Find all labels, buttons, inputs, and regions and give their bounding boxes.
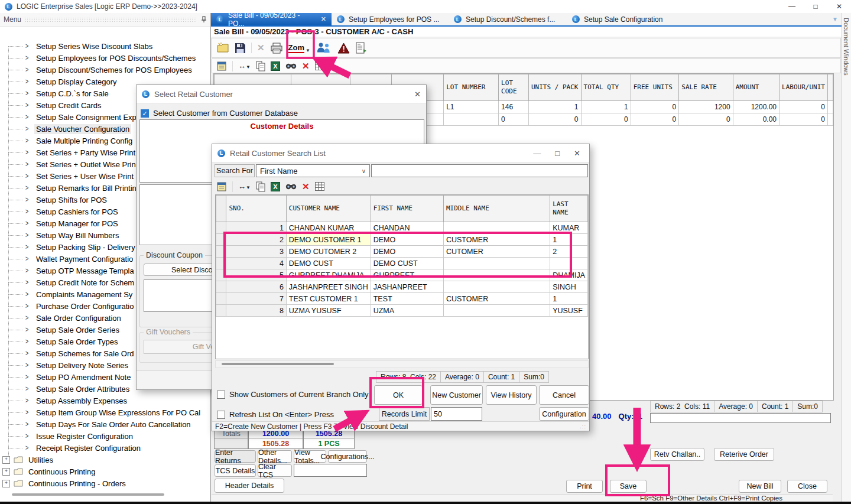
grid-column-header[interactable]: LABOUR/UNIT	[779, 74, 828, 101]
menu-tree-folder[interactable]: + Continuous Printing - Orders	[0, 477, 210, 489]
customer-column-header[interactable]: MIDDLE NAME	[443, 196, 550, 222]
zoom-dropdown-icon[interactable]: Zom▼	[288, 43, 310, 53]
customer-list-hscrollbar[interactable]	[215, 360, 589, 368]
bill-options-icon[interactable]	[355, 42, 367, 54]
journal-icon[interactable]	[216, 61, 227, 71]
menu-tree-folder[interactable]: + Utilities	[0, 454, 210, 466]
new-bill-button[interactable]: New Bill	[739, 480, 781, 493]
grid-column-header[interactable]: TOTAL QTY	[581, 74, 631, 101]
dialog-titlebar[interactable]: L Select Retail Customer ✕	[137, 85, 426, 103]
dialog-minimize-icon[interactable]: —	[533, 149, 541, 158]
find-icon[interactable]	[285, 182, 297, 191]
view-history-button[interactable]: View History	[486, 385, 537, 405]
minimize-button[interactable]: —	[780, 0, 804, 13]
menu-tree-folder[interactable]: + Continuous Printing	[0, 466, 210, 477]
save-button[interactable]: Save	[610, 480, 647, 493]
document-windows-panel[interactable]: Document Windows	[842, 13, 851, 502]
grid-column-header[interactable]	[828, 74, 833, 101]
retv-challan-button[interactable]: Retv Challan..	[650, 448, 704, 461]
dialog-close-icon[interactable]: ✕	[574, 149, 580, 158]
column-width-icon[interactable]: ↔▼	[238, 61, 251, 70]
new-customer-button[interactable]: New Customer	[430, 385, 483, 405]
customer-search-icon[interactable]	[316, 41, 332, 55]
enter-returns-button[interactable]: Enter Returns	[215, 450, 256, 463]
customer-row[interactable]: 5 GURPREET DHAMIJA GURPREET DHAMIJA	[216, 269, 588, 281]
other-details-button[interactable]: Other Details...	[258, 450, 292, 463]
customer-row[interactable]: 6 JASHANPREET SINGH JASHANPREET SINGH	[216, 281, 588, 293]
checkbox-icon[interactable]	[217, 391, 225, 399]
save-icon[interactable]	[235, 43, 246, 54]
configurations-button[interactable]: Configurations...	[328, 450, 367, 463]
expand-plus-icon[interactable]: +	[2, 468, 10, 476]
header-details-button[interactable]: Header Details	[215, 479, 284, 493]
customer-row[interactable]: 3 DEMO CUTOMER 2 DEMO CUTOMER 2	[216, 246, 588, 258]
ok-button[interactable]: OK	[374, 385, 423, 405]
checkbox-checked-icon[interactable]: ✓	[141, 109, 149, 118]
customer-row[interactable]: 4 DEMO CUST DEMO CUST	[216, 258, 588, 269]
records-limit-input[interactable]	[431, 407, 482, 421]
customer-column-header[interactable]: LAST NAME	[550, 196, 588, 222]
refresh-on-enter-checkbox[interactable]: Refresh List On <Enter> Press	[217, 410, 334, 419]
tab-sale-bill[interactable]: L Sale Bill - 09/05/2023 - PO... ✕	[211, 13, 332, 25]
dialog-maximize-icon[interactable]: □	[555, 149, 560, 158]
delete-icon[interactable]: ✕	[257, 43, 265, 53]
tcs-value-input[interactable]	[294, 464, 367, 477]
grid-icon[interactable]	[315, 182, 324, 191]
cancel-button[interactable]: Cancel	[539, 385, 589, 405]
expand-plus-icon[interactable]: +	[2, 480, 10, 487]
print-button[interactable]: Print	[566, 480, 603, 493]
delete-row-icon[interactable]: ✕	[302, 181, 310, 192]
scrollbar-thumb[interactable]	[222, 363, 334, 365]
new-bill-icon[interactable]	[216, 42, 229, 54]
grid-column-header[interactable]: SALE RATE	[679, 74, 733, 101]
grid-column-header[interactable]: AMOUNT	[733, 74, 779, 101]
configuration-button[interactable]: Configuration	[539, 407, 589, 421]
tab-list-dropdown-icon[interactable]: ▼	[832, 16, 842, 22]
copy-icon[interactable]	[256, 61, 265, 71]
menu-tree-item[interactable]: > Setup Employees for POS Discounts/Sche…	[0, 52, 210, 64]
show-current-branch-checkbox[interactable]: Show Customers of Current Branch Only	[217, 390, 369, 399]
grid-column-header[interactable]: LOT CODE	[499, 74, 529, 101]
menu-tree-item[interactable]: > Setup Assembly Expenses	[0, 395, 210, 407]
close-button[interactable]: ✕	[827, 0, 851, 13]
customer-row[interactable]: 8 UZMA YUSUSF UZMA YUSUSF	[216, 305, 588, 317]
print-icon[interactable]	[270, 43, 283, 54]
grid-column-header[interactable]: UNITS / PACK	[528, 74, 581, 101]
maximize-button[interactable]: □	[804, 0, 827, 13]
dialog-close-icon[interactable]: ✕	[414, 90, 421, 99]
tcs-details-button[interactable]: TCS Details	[215, 464, 256, 477]
customer-column-header[interactable]: SNO.	[226, 196, 286, 222]
customer-column-header[interactable]: CUSTOMER NAME	[286, 196, 371, 222]
customer-row[interactable]: 1 CHANDAN KUMAR CHANDAN KUMAR	[216, 222, 588, 234]
resize-grip-icon[interactable]: .::	[580, 423, 586, 430]
clear-tcs-button[interactable]: Clear TCS	[258, 464, 292, 477]
reterive-order-button[interactable]: Reterive Order	[714, 448, 774, 461]
menu-tree-item[interactable]: > Setup Item Group Wise Expressions For …	[0, 407, 210, 418]
search-field-dropdown[interactable]: First Name ∨	[256, 164, 370, 177]
copy-icon[interactable]	[256, 181, 265, 192]
tab-setup-discount[interactable]: L Setup Discount/Schemes f...	[449, 13, 567, 25]
column-width-icon[interactable]: ↔▼	[238, 182, 251, 191]
grid-column-header[interactable]: LOT NUMBER	[444, 74, 499, 101]
tab-close-icon[interactable]: ✕	[321, 15, 326, 23]
menu-tree-item[interactable]: > Issue Register Configuration	[0, 430, 210, 442]
grid-column-header[interactable]: FREE UNITS	[631, 74, 679, 101]
menu-tree-item[interactable]: > Setup Days For Sale Order Auto Cancell…	[0, 418, 210, 430]
journal-icon[interactable]	[216, 181, 227, 192]
checkbox-icon[interactable]	[217, 411, 225, 419]
grid-icon[interactable]	[315, 61, 324, 70]
menu-tree-item[interactable]: > Receipt Register Configuration	[0, 442, 210, 454]
pin-icon[interactable]	[201, 16, 207, 23]
close-bill-button[interactable]: Close	[787, 480, 827, 493]
customer-row[interactable]: 2 DEMO CUSTOMER 1 DEMO CUSTOMER 1	[216, 234, 588, 246]
find-icon[interactable]	[285, 61, 297, 70]
customer-column-header[interactable]: FIRST NAME	[371, 196, 443, 222]
export-excel-icon[interactable]: X	[271, 182, 280, 191]
menu-tree-item[interactable]: > Setup Series Wise Discount Slabs	[0, 40, 210, 52]
search-text-input[interactable]	[371, 164, 588, 177]
alert-icon[interactable]	[337, 43, 350, 54]
bill-remarks-input[interactable]	[650, 413, 831, 423]
expand-plus-icon[interactable]: +	[2, 456, 10, 464]
export-excel-icon[interactable]: X	[271, 61, 280, 71]
dialog-titlebar[interactable]: L Retail Customer Search List — □ ✕	[212, 144, 589, 162]
